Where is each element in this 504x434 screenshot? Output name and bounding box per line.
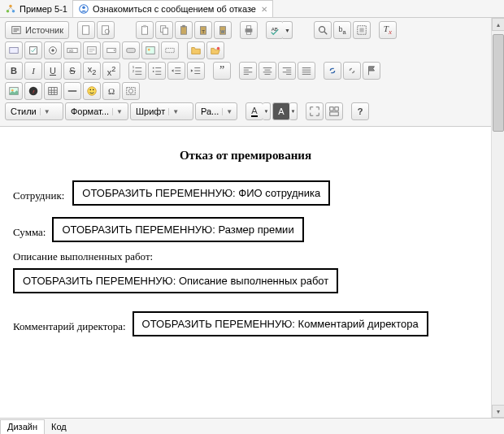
align-justify-button[interactable] <box>298 62 315 80</box>
paste-text-icon: T <box>198 24 209 36</box>
smiley-button[interactable] <box>83 82 101 100</box>
blockquote-button[interactable]: ” <box>213 62 231 80</box>
remove-format-button[interactable]: Tx <box>379 21 397 39</box>
iframe-button[interactable] <box>122 82 140 100</box>
tab-label: Ознакомиться с сообщением об отказе <box>93 4 256 14</box>
svg-point-48 <box>88 87 97 96</box>
hidden-field-button[interactable] <box>161 41 179 59</box>
numbered-list-button[interactable]: 12 <box>128 62 146 80</box>
textarea-button[interactable] <box>83 41 101 59</box>
svg-rect-47 <box>49 88 58 95</box>
italic-icon: I <box>32 66 35 76</box>
bg-color-button[interactable]: A <box>272 102 290 120</box>
select-icon <box>106 45 117 56</box>
print-button[interactable] <box>240 21 258 39</box>
tab-review-rejection[interactable]: Ознакомиться с сообщением об отказе ✕ <box>72 0 273 17</box>
document-title: Отказ от премирования <box>13 149 478 163</box>
about-button[interactable]: ? <box>351 102 369 120</box>
svg-text:2: 2 <box>133 70 134 73</box>
tab-example-5-1[interactable]: Пример 5-1 <box>0 0 72 17</box>
image-button[interactable] <box>5 82 23 100</box>
find-button[interactable] <box>314 21 332 39</box>
underline-icon: U <box>50 66 56 76</box>
bullet-list-button[interactable] <box>148 62 166 80</box>
close-icon[interactable]: ✕ <box>261 5 267 14</box>
scroll-up-button[interactable]: ▴ <box>492 18 504 31</box>
editor-content[interactable]: Отказ от премирования Сотрудник: ОТОБРАЗ… <box>0 136 491 418</box>
styles-dropdown[interactable]: Стили▼ <box>5 102 63 120</box>
maximize-button[interactable] <box>306 102 324 120</box>
unlink-button[interactable] <box>343 62 361 80</box>
source-button[interactable]: Источник <box>5 21 69 39</box>
bg-color-dropdown[interactable]: ▼ <box>289 102 298 120</box>
imagebutton-button[interactable] <box>141 41 159 59</box>
subscript-button[interactable]: x2 <box>83 62 101 80</box>
spellcheck-icon: AB <box>269 24 280 36</box>
spellcheck-button[interactable]: AB <box>266 21 284 39</box>
indent-button[interactable] <box>187 62 205 80</box>
form-button[interactable] <box>5 41 23 59</box>
svg-rect-37 <box>166 48 175 52</box>
paste-button[interactable] <box>175 21 193 39</box>
italic-button[interactable]: I <box>24 62 42 80</box>
strike-icon: S <box>69 66 75 76</box>
paste-text-button[interactable]: T <box>194 21 212 39</box>
replace-button[interactable]: ba <box>333 21 351 39</box>
iframe-icon <box>125 85 137 97</box>
outdent-button[interactable] <box>167 62 185 80</box>
work-desc-variable-box[interactable]: ОТОБРАЗИТЬ ПЕРЕМЕННУЮ: Описание выполнен… <box>13 268 338 293</box>
flash-button[interactable]: f <box>24 82 42 100</box>
text-color-dropdown[interactable]: ▼ <box>263 102 271 120</box>
help-icon: ? <box>358 106 363 116</box>
svg-rect-10 <box>143 25 146 28</box>
replace-icon: ba <box>338 25 345 36</box>
scroll-thumb[interactable] <box>493 34 504 132</box>
format-dropdown[interactable]: Формат...▼ <box>65 102 128 120</box>
new-page-button[interactable] <box>77 21 95 39</box>
folder-open-button[interactable] <box>206 41 224 59</box>
show-blocks-button[interactable] <box>325 102 343 120</box>
button-button[interactable] <box>122 41 140 59</box>
select-all-button[interactable] <box>353 21 371 39</box>
cut-button[interactable] <box>136 21 154 39</box>
svg-rect-21 <box>246 33 250 35</box>
superscript-button[interactable]: x2 <box>102 62 120 80</box>
align-center-button[interactable] <box>259 62 276 80</box>
checkbox-button[interactable] <box>24 41 42 59</box>
select-button[interactable] <box>102 41 120 59</box>
bold-button[interactable]: B <box>5 62 23 80</box>
anchor-button[interactable] <box>363 62 380 80</box>
design-tab[interactable]: Дизайн <box>0 419 45 434</box>
amount-variable-box[interactable]: ОТОБРАЗИТЬ ПЕРЕМЕННУЮ: Размер премии <box>52 217 303 242</box>
svg-rect-34 <box>127 48 136 52</box>
copy-button[interactable] <box>155 21 173 39</box>
align-left-icon <box>242 65 254 76</box>
align-right-button[interactable] <box>278 62 296 80</box>
hr-button[interactable] <box>63 82 81 100</box>
code-tab[interactable]: Код <box>45 419 73 434</box>
folder-button[interactable] <box>187 41 205 59</box>
scroll-down-button[interactable]: ▾ <box>492 405 504 418</box>
size-dropdown[interactable]: Ра...▼ <box>195 102 237 120</box>
specialchar-button[interactable]: Ω <box>102 82 120 100</box>
textfield-button[interactable]: ab <box>63 41 81 59</box>
align-center-icon <box>262 65 273 76</box>
text-color-button[interactable]: A <box>245 102 263 120</box>
link-button[interactable] <box>324 62 341 80</box>
table-button[interactable] <box>44 82 62 100</box>
unlink-icon <box>346 65 358 76</box>
preview-button[interactable] <box>97 21 115 39</box>
align-left-button[interactable] <box>239 62 257 80</box>
svg-point-23 <box>319 27 325 33</box>
svg-point-2 <box>12 9 15 12</box>
employee-variable-box[interactable]: ОТОБРАЗИТЬ ПЕРЕМЕННУЮ: ФИО сотрудника <box>72 180 330 206</box>
vertical-scrollbar[interactable]: ▴ ▾ <box>491 18 504 418</box>
spellcheck-dropdown[interactable]: ▼ <box>283 21 293 39</box>
strike-button[interactable]: S <box>63 62 81 80</box>
paste-word-button[interactable]: W <box>214 21 232 39</box>
underline-button[interactable]: U <box>44 62 62 80</box>
director-variable-box[interactable]: ОТОБРАЗИТЬ ПЕРЕМЕННУЮ: Комментарий дирек… <box>133 311 428 336</box>
radio-button[interactable] <box>44 41 62 59</box>
font-dropdown[interactable]: Шрифт▼ <box>130 102 193 120</box>
svg-rect-35 <box>146 47 155 54</box>
